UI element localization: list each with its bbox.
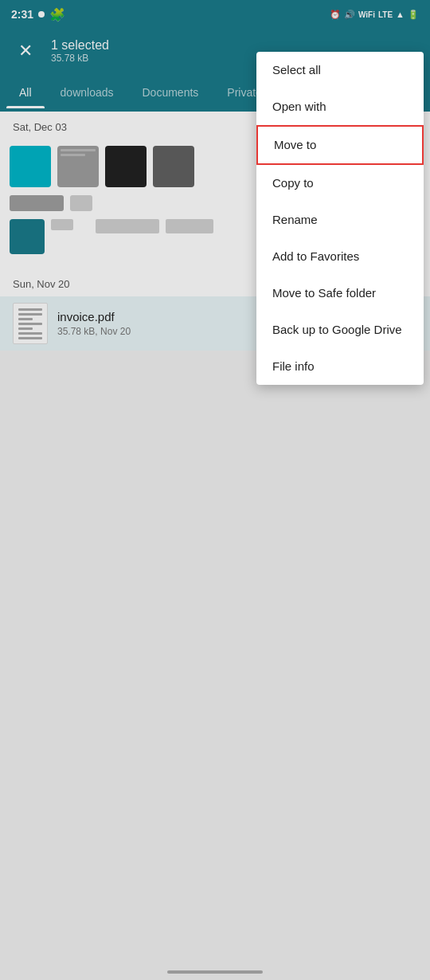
menu-item-move-to[interactable]: Move to [256,125,424,165]
menu-item-select-all[interactable]: Select all [256,52,424,88]
menu-item-copy-to[interactable]: Copy to [256,165,424,202]
menu-item-rename[interactable]: Rename [256,202,424,238]
menu-item-open-with[interactable]: Open with [256,88,424,125]
menu-item-move-safe[interactable]: Move to Safe folder [256,275,424,312]
menu-item-file-info[interactable]: File info [256,348,424,385]
menu-item-add-favorites[interactable]: Add to Favorites [256,238,424,275]
context-menu: Select all Open with Move to Copy to Ren… [256,52,424,385]
menu-item-backup-drive[interactable]: Back up to Google Drive [256,312,424,348]
